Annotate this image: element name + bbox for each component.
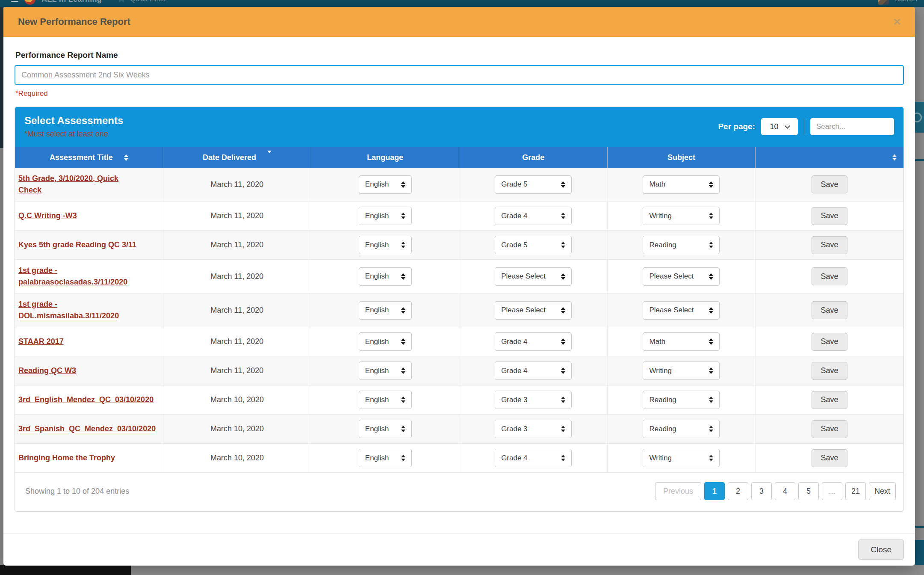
subject-select[interactable]: Writing — [643, 362, 720, 380]
grade-select[interactable]: Grade 5 — [495, 175, 572, 194]
save-button[interactable]: Save — [812, 391, 847, 409]
pagination-page-button[interactable]: 5 — [798, 482, 819, 500]
app-logo-icon — [24, 0, 35, 5]
date-delivered: March 11, 2020 — [163, 327, 311, 356]
save-button[interactable]: Save — [812, 301, 847, 319]
close-icon[interactable]: × — [894, 16, 900, 28]
select-arrows-icon — [709, 181, 713, 188]
grade-select[interactable]: Please Select — [495, 267, 572, 286]
close-button[interactable]: Close — [858, 539, 904, 560]
select-arrows-icon — [709, 307, 713, 314]
report-name-input[interactable] — [15, 65, 904, 85]
select-arrows-icon — [561, 273, 565, 280]
grade-select[interactable]: Grade 4 — [495, 332, 572, 351]
language-select[interactable]: English — [359, 332, 412, 351]
language-select[interactable]: English — [359, 236, 412, 254]
save-button[interactable]: Save — [812, 333, 847, 351]
new-performance-report-modal: New Performance Report × Performance Rep… — [3, 7, 915, 566]
save-button[interactable]: Save — [812, 420, 847, 438]
select-arrows-icon — [709, 368, 713, 374]
pagination-page-button[interactable]: 21 — [845, 482, 866, 500]
assessment-title-link[interactable]: 5th Grade, 3/10/2020, Quick Check — [18, 173, 139, 196]
grade-select[interactable]: Grade 4 — [495, 207, 572, 225]
save-button[interactable]: Save — [812, 236, 847, 254]
subject-select[interactable]: Math — [643, 332, 720, 351]
language-select[interactable]: English — [359, 175, 412, 194]
assessment-title-link[interactable]: STAAR 2017 — [18, 336, 64, 347]
quick-links[interactable]: Quick Links — [130, 0, 165, 3]
date-delivered: March 10, 2020 — [163, 385, 311, 415]
column-header-subject[interactable]: Subject — [607, 147, 755, 168]
per-page-value: 10 — [770, 122, 778, 131]
assessment-title-link[interactable]: 1st grade - palabraasociasadas.3/11/2020 — [18, 265, 139, 288]
menu-icon[interactable] — [11, 0, 18, 2]
column-header-language[interactable]: Language — [311, 147, 459, 168]
assessment-title-link[interactable]: Bringing Home the Trophy — [18, 452, 115, 464]
save-button[interactable]: Save — [812, 362, 847, 380]
brand-name[interactable]: ALL in Learning — [41, 0, 102, 4]
select-arrows-icon — [561, 338, 565, 345]
grade-select[interactable]: Please Select — [495, 301, 572, 320]
sort-desc-icon — [267, 153, 272, 162]
subject-select[interactable]: Reading — [643, 391, 720, 409]
save-button[interactable]: Save — [812, 449, 847, 467]
column-header-grade[interactable]: Grade — [459, 147, 607, 168]
table-row: Bringing Home the Trophy March 10, 2020 … — [15, 444, 903, 473]
assessment-title-link[interactable]: 3rd_Spanish_QC_Mendez_03/10/2020 — [18, 423, 156, 435]
assessment-title-link[interactable]: Kyes 5th grade Reading QC 3/11 — [18, 239, 136, 251]
select-arrows-icon — [561, 213, 565, 219]
subject-select[interactable]: Please Select — [643, 267, 720, 286]
language-select[interactable]: English — [359, 207, 412, 225]
select-arrows-icon — [709, 397, 713, 403]
date-delivered: March 11, 2020 — [163, 231, 311, 260]
modal-header: New Performance Report × — [3, 7, 915, 37]
column-header-actions[interactable] — [756, 147, 903, 168]
subject-select[interactable]: Writing — [643, 207, 720, 225]
grade-select[interactable]: Grade 4 — [495, 449, 572, 467]
per-page-select[interactable]: 10 — [761, 118, 798, 135]
subject-select[interactable]: Writing — [643, 449, 720, 467]
assessment-title-link[interactable]: 3rd_English_Mendez_QC_03/10/2020 — [18, 394, 154, 406]
modal-footer: Close — [3, 533, 915, 566]
panel-header: Select Assessments *Must select at least… — [15, 107, 903, 147]
language-select[interactable]: English — [359, 362, 412, 380]
assessments-table: Assessment Title Date Delivered Language — [15, 147, 903, 473]
pagination-page-button[interactable]: 1 — [704, 482, 725, 500]
pagination-page-button[interactable]: 2 — [728, 482, 748, 500]
grade-select[interactable]: Grade 3 — [495, 391, 572, 409]
grade-select[interactable]: Grade 4 — [495, 362, 572, 380]
chevron-down-icon — [785, 123, 790, 129]
column-header-assessment-title[interactable]: Assessment Title — [15, 147, 163, 168]
save-button[interactable]: Save — [812, 267, 847, 285]
subject-select[interactable]: Reading — [643, 236, 720, 254]
language-select[interactable]: English — [359, 301, 412, 320]
language-select[interactable]: English — [359, 267, 412, 286]
assessment-title-link[interactable]: 1st grade - DOL.mismasilaba.3/11/2020 — [18, 299, 139, 322]
pagination-page-button[interactable]: 3 — [751, 482, 772, 500]
assessment-search-input[interactable] — [810, 118, 894, 135]
language-select[interactable]: English — [359, 391, 412, 409]
sort-icon — [892, 154, 897, 161]
subject-select[interactable]: Math — [643, 175, 720, 194]
assessment-title-link[interactable]: Q.C Writing -W3 — [18, 210, 77, 222]
select-assessments-panel: Select Assessments *Must select at least… — [15, 107, 904, 512]
select-arrows-icon — [561, 368, 565, 374]
user-avatar[interactable] — [878, 0, 889, 5]
grade-select[interactable]: Grade 3 — [495, 420, 572, 438]
select-arrows-icon — [401, 455, 405, 461]
language-select[interactable]: English — [359, 420, 412, 438]
date-delivered: March 11, 2020 — [163, 260, 311, 293]
language-select[interactable]: English — [359, 449, 412, 467]
user-name[interactable]: Darren — [895, 0, 917, 3]
pagination-next-button[interactable]: Next — [869, 482, 896, 500]
save-button[interactable]: Save — [812, 207, 847, 225]
subject-select[interactable]: Reading — [643, 420, 720, 438]
quick-links-icon — [119, 0, 124, 3]
column-header-date-delivered[interactable]: Date Delivered — [163, 147, 311, 168]
sort-icon — [124, 154, 128, 161]
pagination-page-button[interactable]: 4 — [775, 482, 795, 500]
subject-select[interactable]: Please Select — [643, 301, 720, 320]
save-button[interactable]: Save — [812, 175, 847, 193]
grade-select[interactable]: Grade 5 — [495, 236, 572, 254]
assessment-title-link[interactable]: Reading QC W3 — [18, 365, 76, 376]
